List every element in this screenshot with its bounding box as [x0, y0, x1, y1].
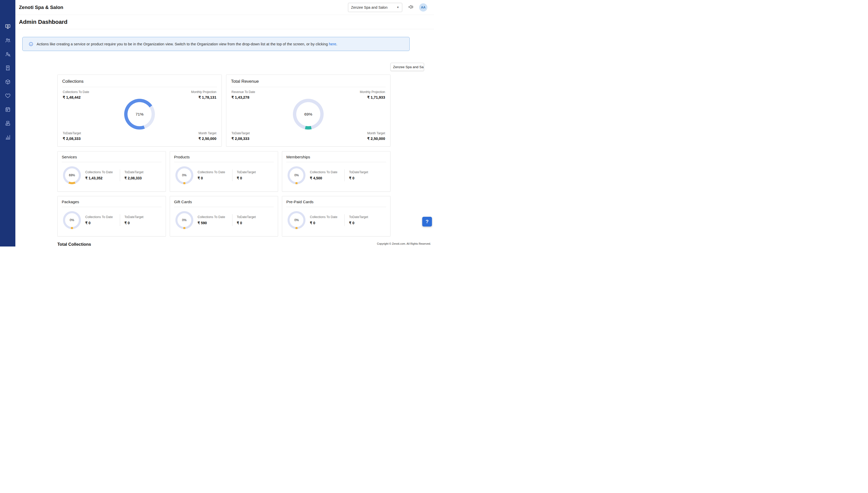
packages-donut-chart: 0%: [63, 211, 81, 229]
products-card: Products 0% Collections To Date ₹ 0 ToDa…: [170, 151, 278, 192]
stat-label: Revenue To Date: [231, 90, 255, 94]
stat-value: ₹ 0: [237, 221, 267, 225]
stat-value: ₹ 2,08,333: [63, 136, 81, 141]
sidebar-item-reports[interactable]: [3, 134, 12, 141]
packages-card: Packages 0% Collections To Date ₹ 0 ToDa…: [58, 196, 166, 236]
donut-percent-label: 0%: [294, 173, 299, 177]
collections-card: Collections Collections To Date ₹ 1,48,4…: [58, 74, 222, 147]
donut-percent-label: 0%: [294, 218, 299, 222]
collections-to-date-stat: Collections To Date ₹ 4,500: [310, 170, 340, 180]
total-revenue-card: Total Revenue Revenue To Date ₹ 1,43,278…: [226, 74, 390, 147]
stat-label: Month Target: [367, 131, 385, 135]
stat-label: Collections To Date: [310, 215, 340, 219]
top-bar-controls: Zenzee Spa and Salon ▼ AA: [348, 3, 427, 12]
center-filter-dropdown[interactable]: Zenzee Spa and Sa: [390, 63, 424, 71]
donut-percent-label: 0%: [182, 218, 186, 222]
vertical-divider: [344, 214, 345, 226]
stat-value: ₹ 0: [124, 221, 155, 225]
to-date-target-stat: ToDateTarget ₹ 2,08,333: [231, 131, 250, 141]
donut-center: 0%: [290, 168, 303, 182]
memberships-card-body: 0% Collections To Date ₹ 4,500 ToDateTar…: [286, 162, 386, 188]
stat-label: Month Target: [199, 131, 216, 135]
stat-value: ₹ 1,43,352: [85, 176, 115, 180]
donut-center: 0%: [65, 213, 79, 227]
stat-label: Collections To Date: [198, 215, 228, 219]
to-date-target-stat: ToDateTarget ₹ 0: [124, 215, 155, 225]
stat-label: ToDateTarget: [237, 170, 267, 174]
collections-card-body: Collections To Date ₹ 1,48,442 Monthly P…: [62, 87, 217, 142]
pre-paid-cards-card-title: Pre-Paid Cards: [286, 200, 386, 207]
month-target-stat: Month Target ₹ 2,50,000: [367, 131, 385, 141]
donut-center: 0%: [290, 213, 303, 227]
app-root: Zenoti Spa & Salon Zenzee Spa and Salon …: [0, 0, 434, 246]
gift-cards-donut-chart: 0%: [175, 211, 193, 229]
stat-label: ToDateTarget: [124, 215, 155, 219]
center-filter-dropdown-value: Zenzee Spa and Sa: [393, 65, 424, 69]
sidebar-item-register[interactable]: [3, 121, 12, 127]
sidebar-item-inventory[interactable]: [3, 79, 12, 86]
donut-percent-label: 71%: [135, 112, 143, 116]
gift-cards-card-body: 0% Collections To Date ₹ 590 ToDateTarge…: [174, 207, 274, 233]
revenue-to-date-stat: Revenue To Date ₹ 1,43,278: [231, 90, 255, 100]
services-card: Services 69% Collections To Date ₹ 1,43,…: [58, 151, 166, 192]
stat-label: Collections To Date: [198, 170, 228, 174]
announcements-button[interactable]: [408, 4, 413, 11]
to-date-target-stat: ToDateTarget ₹ 2,08,333: [124, 170, 155, 180]
collections-donut-chart: 71%: [124, 99, 155, 129]
megaphone-icon: [408, 4, 413, 11]
sidebar-item-admin-dashboard[interactable]: [3, 24, 12, 30]
total-revenue-card-body: Revenue To Date ₹ 1,43,278 Monthly Proje…: [231, 87, 386, 142]
collections-to-date-stat: Collections To Date ₹ 1,43,352: [85, 170, 115, 180]
organization-view-link[interactable]: here: [329, 42, 336, 46]
donut-percent-label: 69%: [304, 112, 312, 116]
help-button[interactable]: ?: [422, 217, 432, 227]
month-target-stat: Month Target ₹ 2,50,000: [199, 131, 216, 141]
donut-percent-label: 0%: [70, 218, 74, 222]
small-cards-row-2: Packages 0% Collections To Date ₹ 0 ToDa…: [58, 196, 390, 236]
products-card-body: 0% Collections To Date ₹ 0 ToDateTarget …: [174, 162, 274, 188]
stat-value: ₹ 0: [198, 176, 228, 180]
employees-icon: [5, 37, 11, 44]
guest-search-icon: [5, 51, 11, 58]
stat-label: Collections To Date: [310, 170, 340, 174]
info-banner: Actions like creating a service or produ…: [22, 37, 410, 51]
collections-to-date-stat: Collections To Date ₹ 0: [198, 170, 228, 180]
sidebar-item-invoices[interactable]: [3, 65, 12, 72]
register-icon: [5, 121, 11, 127]
big-cards-row: Collections Collections To Date ₹ 1,48,4…: [58, 74, 390, 147]
stat-value: ₹ 2,08,333: [231, 136, 250, 141]
collections-to-date-stat: Collections To Date ₹ 1,48,442: [63, 90, 89, 100]
stat-value: ₹ 1,78,131: [191, 95, 216, 100]
stat-value: ₹ 1,71,933: [360, 95, 385, 100]
organization-view-select[interactable]: Zenzee Spa and Salon ▼: [348, 3, 402, 12]
collections-card-title: Collections: [62, 79, 217, 87]
memberships-card: Memberships 0% Collections To Date ₹ 4,5…: [282, 151, 390, 192]
small-cards-row-1: Services 69% Collections To Date ₹ 1,43,…: [58, 151, 390, 192]
stat-label: ToDateTarget: [237, 215, 267, 219]
stat-label: Collections To Date: [63, 90, 89, 94]
gift-cards-card: Gift Cards 0% Collections To Date ₹ 590 …: [170, 196, 278, 236]
stat-value: ₹ 0: [349, 176, 379, 180]
stat-label: ToDateTarget: [231, 131, 250, 135]
memberships-donut-chart: 0%: [288, 166, 305, 184]
stat-value: ₹ 0: [349, 221, 379, 225]
user-avatar[interactable]: AA: [419, 3, 427, 12]
pre-paid-cards-card-body: 0% Collections To Date ₹ 0 ToDateTarget …: [286, 207, 386, 233]
sidebar-item-loyalty[interactable]: [3, 93, 12, 100]
vertical-divider: [344, 169, 345, 181]
products-donut-chart: 0%: [175, 166, 193, 184]
sidebar-item-appointments[interactable]: [3, 107, 12, 113]
sidebar-item-guest-search[interactable]: [3, 51, 12, 58]
stat-label: ToDateTarget: [349, 170, 379, 174]
app-title: Zenoti Spa & Salon: [19, 5, 63, 10]
packages-card-body: 0% Collections To Date ₹ 0 ToDateTarget …: [62, 207, 162, 233]
sidebar-item-employees[interactable]: [3, 37, 12, 44]
info-banner-text-prefix: Actions like creating a service or produ…: [37, 42, 329, 46]
donut-center: 0%: [178, 213, 191, 227]
stat-label: Collections To Date: [85, 215, 115, 219]
main-area: Zenoti Spa & Salon Zenzee Spa and Salon …: [15, 0, 434, 246]
appointments-icon: [5, 107, 11, 113]
organization-view-select-value: Zenzee Spa and Salon: [351, 5, 387, 9]
pre-paid-cards-donut-chart: 0%: [288, 211, 305, 229]
vertical-divider: [120, 169, 120, 181]
